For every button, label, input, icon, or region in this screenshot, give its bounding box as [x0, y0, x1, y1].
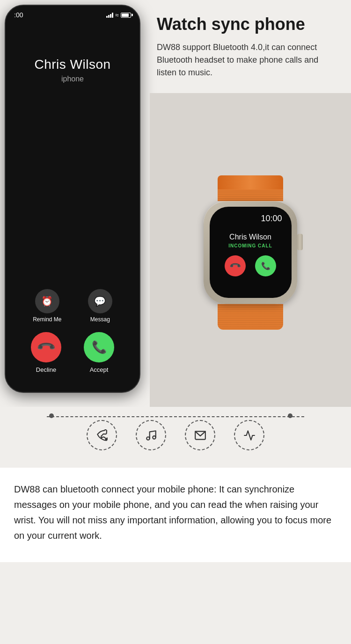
caller-info: Chris Wilson iphone: [34, 57, 110, 83]
message-icon: 💬: [94, 296, 106, 307]
status-icons: ≈: [106, 11, 131, 19]
decline-phone-icon: 📞: [36, 337, 57, 358]
connector-heart-icon: [234, 420, 264, 450]
status-time: :00: [14, 11, 23, 19]
watch-incoming-label: INCOMING CALL: [228, 243, 272, 248]
connector-line: [47, 416, 304, 417]
watch-mockup: 10:00 Chris Wilson INCOMING CALL 📞 📞: [190, 175, 311, 325]
watch-accept-icon: 📞: [261, 261, 271, 270]
connector-music-icon: [136, 420, 166, 450]
message-button[interactable]: 💬 Messag: [88, 289, 112, 323]
battery-icon: [121, 13, 131, 18]
connector-message-icon: [185, 420, 215, 450]
watch-band-stripes-top: [218, 189, 283, 201]
connector-dot-right: [288, 413, 292, 418]
remind-label: Remind Me: [33, 316, 61, 323]
watch-time: 10:00: [261, 214, 282, 224]
decline-button[interactable]: 📞 Decline: [31, 332, 61, 373]
decline-label: Decline: [36, 366, 56, 373]
watch-screen: 10:00 Chris Wilson INCOMING CALL 📞 📞: [210, 207, 292, 298]
music-icon: [145, 429, 157, 441]
message-label: Messag: [90, 316, 110, 323]
connector-phone-icon: [87, 420, 117, 450]
watch-caller-name: Chris Wilson: [229, 233, 271, 241]
phone-icon: [96, 429, 108, 441]
accept-circle: 📞: [84, 332, 114, 362]
remind-icon: ⏰: [41, 296, 53, 307]
caller-name: Chris Wilson: [34, 57, 110, 72]
connector-icons: [0, 416, 351, 450]
message-icon-circle: 💬: [88, 289, 112, 313]
decline-circle: 📞: [31, 332, 61, 362]
phone-mockup: :00 ≈ Chris Wilson iphone: [0, 0, 150, 407]
watch-accept-button[interactable]: 📞: [255, 255, 276, 276]
svg-point-1: [153, 436, 156, 439]
status-bar: :00 ≈: [6, 11, 139, 19]
remind-me-button[interactable]: ⏰ Remind Me: [33, 289, 61, 323]
bottom-section: DW88 can bluetooth connect your mobile p…: [0, 468, 351, 562]
remind-icon-circle: ⏰: [35, 289, 59, 313]
feature-title: Watch sync phone: [157, 14, 339, 34]
phone-body: :00 ≈ Chris Wilson iphone: [5, 5, 140, 393]
feature-text-block: Watch sync phone DW88 support Bluetooth …: [150, 0, 351, 88]
watch-band-bottom: [218, 304, 283, 330]
accept-label: Accept: [90, 366, 109, 373]
call-row: 📞 Decline 📞 Accept: [6, 332, 139, 373]
connector-dot-left: [49, 413, 54, 418]
accept-button[interactable]: 📞 Accept: [84, 332, 114, 373]
svg-point-0: [146, 437, 150, 440]
caller-type: iphone: [34, 75, 110, 83]
watch-call-row: 📞 📞: [225, 255, 276, 276]
watch-case: 10:00 Chris Wilson INCOMING CALL 📞 📞: [204, 201, 297, 304]
heartrate-icon: [243, 429, 256, 441]
connector-section: [0, 407, 351, 468]
phone-screen: :00 ≈ Chris Wilson iphone: [6, 6, 139, 392]
watch-area: 10:00 Chris Wilson INCOMING CALL 📞 📞: [150, 93, 351, 407]
bottom-text: DW88 can bluetooth connect your mobile p…: [14, 482, 337, 543]
right-panel: Watch sync phone DW88 support Bluetooth …: [150, 0, 351, 407]
signal-icon: [106, 12, 113, 18]
watch-decline-icon: 📞: [229, 260, 242, 273]
accept-phone-icon: 📞: [92, 340, 107, 355]
feature-description: DW88 support Bluetooth 4.0,it can connec…: [157, 41, 339, 79]
action-row: ⏰ Remind Me 💬 Messag: [6, 289, 139, 323]
watch-decline-button[interactable]: 📞: [225, 255, 246, 276]
wifi-icon: ≈: [115, 11, 119, 19]
watch-crown: [297, 234, 303, 250]
mail-icon: [194, 429, 206, 441]
watch-band-top: [218, 175, 283, 189]
